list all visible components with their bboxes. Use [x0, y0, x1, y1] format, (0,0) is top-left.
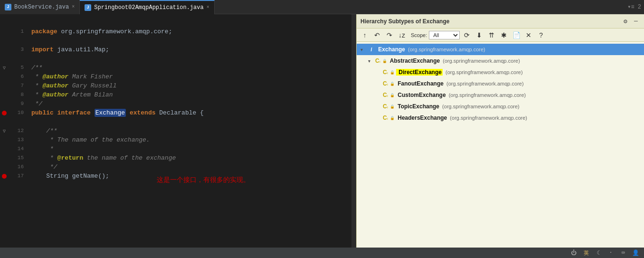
line-num-9: 9: [20, 99, 24, 108]
btn-forward[interactable]: ↷: [384, 30, 395, 40]
tree-item-fanout-exchange[interactable]: C ı 🔒 FanoutExchange (org.springframewor…: [372, 78, 644, 89]
code-line-8: * @author Artem Bilan: [31, 90, 347, 99]
line-num-16: 16: [18, 162, 24, 172]
status-icon-power[interactable]: ⏻: [569, 248, 578, 258]
topic-class-icon-wrap: C ı: [383, 103, 388, 110]
hierarchy-toolbar: ↑ ↶ ↷ ↓z Scope: All Project ⟳ ⬇ ⇈ ✱ 📄 ✕ …: [357, 29, 644, 42]
abstract-class-icon: C: [375, 57, 379, 64]
fold-icon-2[interactable]: ▽: [0, 126, 9, 135]
chinese-annotation: 这是一个接口，有很多的实现。: [157, 176, 250, 184]
custom-exchange-name: CustomExchange: [396, 92, 446, 98]
btn-locate[interactable]: ↑: [360, 30, 370, 40]
hierarchy-panel: Hierarchy Subtypes of Exchange ⚙ — ↑ ↶ ↷…: [356, 14, 644, 248]
tree-item-direct-exchange[interactable]: C ı 🔒 DirectExchange (org.springframewor…: [372, 67, 644, 78]
editor-scrollbar[interactable]: [351, 14, 356, 248]
tab-close-icon[interactable]: ×: [72, 4, 75, 10]
exchange-class-name: Exchange: [377, 46, 405, 53]
exchange-pkg: (org.springframework.amqp.core): [407, 47, 485, 52]
tree-item-headers-exchange[interactable]: C ı 🔒 HeadersExchange (org.springframewo…: [372, 112, 644, 124]
btn-refresh[interactable]: ⟳: [462, 30, 472, 40]
expand-abstract[interactable]: ▾: [368, 58, 374, 64]
code-editor[interactable]: package org.springframework.amqp.core; i…: [27, 14, 351, 248]
btn-expand-all[interactable]: ⇈: [486, 30, 497, 40]
hierarchy-tree[interactable]: ▾ I Exchange (org.springframework.amqp.c…: [357, 42, 644, 248]
expand-direct: [376, 70, 381, 75]
btn-sort[interactable]: ↓z: [397, 30, 407, 40]
abstract-exchange-pkg: (org.springframework.amqp.core): [441, 58, 520, 64]
expand-custom: [376, 93, 381, 98]
tab-close-icon-2[interactable]: ×: [207, 5, 209, 10]
tab-controls[interactable]: ▾≡ 2: [625, 3, 644, 10]
code-line-blank4: [31, 117, 347, 126]
status-icon-lang[interactable]: 英: [581, 248, 591, 258]
code-line-7: * @author Gary Russell: [31, 81, 347, 90]
tab-label: BookService.java: [14, 4, 69, 10]
tree-item-abstract-exchange[interactable]: ▾ C ı 🔒 AbstractExchange (org.springfram…: [364, 55, 644, 67]
code-line-12: /**: [31, 126, 347, 135]
status-bar: ⏻ 英 ☾ · ⌨ 👤: [0, 248, 644, 258]
code-line-5: /**: [31, 63, 347, 72]
margin-icons: ▽ ▽: [0, 14, 9, 248]
headers-exchange-pkg: (org.springframework.amqp.core): [448, 115, 527, 121]
code-line-16: */: [31, 162, 347, 172]
btn-export[interactable]: ⬇: [474, 30, 484, 40]
line-num-7: 7: [20, 81, 24, 90]
margin-empty-5: [0, 54, 9, 63]
breakpoint-2[interactable]: [0, 172, 9, 181]
line-num-3: 3: [20, 45, 24, 54]
tree-item-topic-exchange[interactable]: C ı 🔒 TopicExchange (org.springframework…: [372, 101, 644, 112]
abstract-exchange-name: AbstractExchange: [388, 57, 440, 64]
topic-class-sub: ı: [387, 105, 388, 109]
headers-exchange-name: HeadersExchange: [396, 115, 447, 121]
btn-help[interactable]: ?: [536, 30, 546, 40]
custom-class-sub: ı: [387, 94, 388, 98]
close-icon[interactable]: —: [632, 17, 640, 26]
tab-bookservice[interactable]: J BookService.java ×: [0, 0, 80, 14]
custom-class-icon-wrap: C ı: [383, 92, 388, 98]
tab-menu-icon: ▾≡ 2: [627, 3, 641, 10]
fanout-exchange-name: FanoutExchange: [396, 80, 444, 87]
direct-class-icon-wrap: C ı: [383, 69, 388, 76]
margin-empty-12: [0, 144, 9, 153]
btn-back[interactable]: ↶: [372, 30, 382, 40]
btn-star[interactable]: ✱: [499, 30, 509, 40]
code-line-10: public interface Exchange extends Declar…: [31, 108, 347, 117]
expand-fanout: [376, 81, 381, 86]
status-icon-user[interactable]: 👤: [631, 248, 640, 258]
tab-label-2: Springboot02AmqpApplication.java: [94, 4, 203, 11]
main-area: ▽ ▽ 1 3 5 6 7 8 9 10: [0, 14, 644, 248]
status-icon-dot: ·: [606, 248, 616, 258]
scope-select[interactable]: All Project: [429, 31, 460, 39]
expand-headers: [376, 115, 381, 121]
btn-doc[interactable]: 📄: [511, 30, 521, 40]
direct-class-icon: C: [383, 69, 387, 76]
expand-exchange[interactable]: ▾: [360, 47, 366, 52]
editor-area[interactable]: ▽ ▽ 1 3 5 6 7 8 9 10: [0, 14, 356, 248]
direct-exchange-pkg: (org.springframework.amqp.core): [444, 69, 523, 75]
code-line-3: import java.util.Map;: [31, 45, 347, 54]
java-icon: J: [5, 4, 11, 10]
tree-item-exchange[interactable]: ▾ I Exchange (org.springframework.amqp.c…: [357, 44, 644, 55]
status-icon-keyboard[interactable]: ⌨: [618, 248, 628, 258]
custom-class-icon: C: [383, 92, 387, 98]
btn-close[interactable]: ✕: [523, 30, 534, 40]
margin-empty-1: [0, 18, 9, 27]
tab-springboot[interactable]: J Springboot02AmqpApplication.java ×: [80, 0, 214, 14]
headers-class-sub: ı: [387, 116, 388, 121]
settings-icon[interactable]: ⚙: [621, 17, 630, 26]
java-icon-2: J: [85, 4, 91, 11]
abstract-class-sub: ı: [379, 59, 380, 64]
tree-item-custom-exchange[interactable]: C ı 🔒 CustomExchange (org.springframewor…: [372, 89, 644, 101]
margin-empty-14: [0, 162, 9, 172]
breakpoint-1[interactable]: [0, 108, 9, 117]
fanout-exchange-pkg: (org.springframework.amqp.core): [445, 81, 524, 86]
line-num-15: 15: [18, 153, 24, 162]
topic-exchange-pkg: (org.springframework.amqp.core): [441, 104, 520, 109]
line-num-5: 5: [20, 63, 24, 72]
direct-lock-icon: 🔒: [390, 70, 395, 75]
exchange-interface-icon: I: [368, 46, 375, 53]
fold-icon-1[interactable]: ▽: [0, 63, 9, 72]
status-icon-moon[interactable]: ☾: [594, 248, 603, 258]
line-num-12: 12: [18, 126, 24, 135]
direct-class-sub: ı: [387, 71, 388, 75]
